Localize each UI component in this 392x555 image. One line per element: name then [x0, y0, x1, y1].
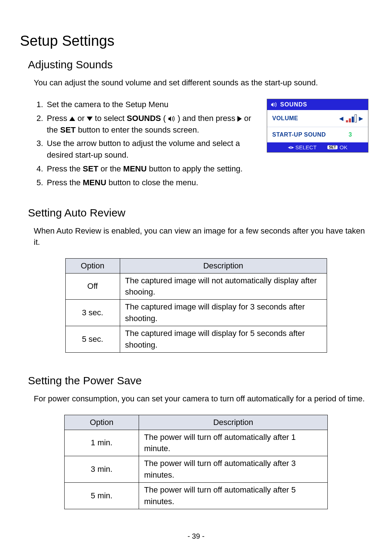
section-heading-sounds: Adjusting Sounds	[28, 58, 372, 71]
right-arrow-icon	[237, 116, 242, 122]
step-2-text: to select	[95, 114, 127, 123]
table-header-row: Option Description	[65, 258, 327, 273]
td-desc: The power will turn off automatically af…	[139, 456, 328, 483]
lcd-select-label: SELECT	[295, 144, 317, 150]
set-label: SET	[83, 164, 98, 173]
page-number: - 39 -	[0, 532, 392, 540]
table-row: Off The captured image will not automati…	[65, 273, 327, 300]
td-option: 3 min.	[65, 456, 139, 483]
step-2-text: Press	[47, 114, 69, 123]
page-title: Setup Settings	[20, 33, 372, 49]
step-5-text: button to close the menu.	[109, 178, 198, 187]
lcd-row-startup: START-UP SOUND 3	[267, 127, 368, 142]
lcd-footer: ◂↕▸ SELECT SET OK	[267, 142, 368, 152]
table-row: 1 min. The power will turn off automatic…	[65, 430, 328, 456]
step-4-text: or the	[101, 164, 123, 173]
volume-bars-icon	[346, 114, 357, 122]
left-arrow-icon: ◀	[339, 116, 344, 121]
down-arrow-icon	[87, 117, 93, 121]
lcd-startup-value: 3	[349, 131, 363, 138]
powersave-intro: For power consumption, you can set your …	[34, 393, 372, 405]
sounds-steps: Set the camera to the Setup Menu Press o…	[45, 99, 256, 189]
step-2: Press or to select SOUNDS ( ) and then p…	[45, 113, 256, 136]
lcd-ok-label: OK	[340, 144, 348, 150]
td-option: 5 sec.	[65, 326, 120, 353]
td-desc: The captured image will display for 3 se…	[120, 300, 327, 326]
th-description: Description	[120, 258, 327, 273]
lcd-header: SOUNDS	[267, 99, 368, 110]
td-desc: The captured image will not automaticall…	[120, 273, 327, 300]
sounds-intro: You can adjust the sound volume and set …	[34, 77, 372, 89]
step-5: Press the MENU button to close the menu.	[45, 177, 256, 189]
lcd-title: SOUNDS	[280, 101, 307, 108]
step-2-text: ) and then press	[177, 114, 237, 123]
th-option: Option	[65, 415, 139, 430]
section-heading-powersave: Setting the Power Save	[28, 374, 372, 387]
section-heading-autoreview: Setting Auto Review	[28, 207, 372, 219]
step-2-text: button to enter the sounds screen.	[78, 125, 199, 134]
td-desc: The power will turn off automatically af…	[139, 483, 328, 509]
right-arrow-icon: ▶	[359, 116, 363, 121]
set-badge-icon: SET	[327, 145, 337, 149]
nav-arrows-icon: ◂↕▸	[288, 144, 293, 150]
table-row: 3 min. The power will turn off automatic…	[65, 456, 328, 483]
td-option: 1 min.	[65, 430, 139, 456]
powersave-table: Option Description 1 min. The power will…	[64, 415, 328, 509]
td-desc: The captured image will display for 5 se…	[120, 326, 327, 353]
table-row: 5 sec. The captured image will display f…	[65, 326, 327, 353]
lcd-row-volume: VOLUME ◀ ▶	[267, 110, 368, 127]
step-4: Press the SET or the MENU button to appl…	[45, 163, 256, 175]
th-option: Option	[65, 258, 120, 273]
up-arrow-icon	[69, 117, 75, 121]
table-row: 5 min. The power will turn off automatic…	[65, 483, 328, 509]
table-row: 3 sec. The captured image will display f…	[65, 300, 327, 326]
autoreview-intro: When Auto Review is enabled, you can vie…	[34, 226, 372, 248]
lcd-startup-label: START-UP SOUND	[272, 131, 326, 138]
step-4-text: Press the	[47, 164, 83, 173]
lcd-screenshot: SOUNDS VOLUME ◀ ▶ START-UP SOUND 3	[267, 99, 368, 153]
td-option: 5 min.	[65, 483, 139, 509]
step-2-text: (	[163, 114, 166, 123]
td-option: Off	[65, 273, 120, 300]
step-1: Set the camera to the Setup Menu	[45, 99, 256, 110]
step-2-text: or	[77, 114, 87, 123]
lcd-volume-label: VOLUME	[272, 115, 298, 122]
menu-label: MENU	[123, 164, 147, 173]
step-5-text: Press the	[47, 178, 83, 187]
td-option: 3 sec.	[65, 300, 120, 326]
step-4-text: button to apply the setting.	[149, 164, 242, 173]
menu-label: MENU	[83, 178, 106, 187]
autoreview-table: Option Description Off The captured imag…	[65, 258, 327, 353]
td-desc: The power will turn off automatically af…	[139, 430, 328, 456]
table-header-row: Option Description	[65, 415, 328, 430]
set-label: SET	[60, 125, 76, 134]
step-3: Use the arrow button to adjust the volum…	[45, 138, 256, 161]
speaker-icon	[168, 116, 175, 122]
th-description: Description	[139, 415, 328, 430]
sounds-label: SOUNDS	[127, 114, 161, 123]
speaker-icon	[271, 102, 277, 107]
